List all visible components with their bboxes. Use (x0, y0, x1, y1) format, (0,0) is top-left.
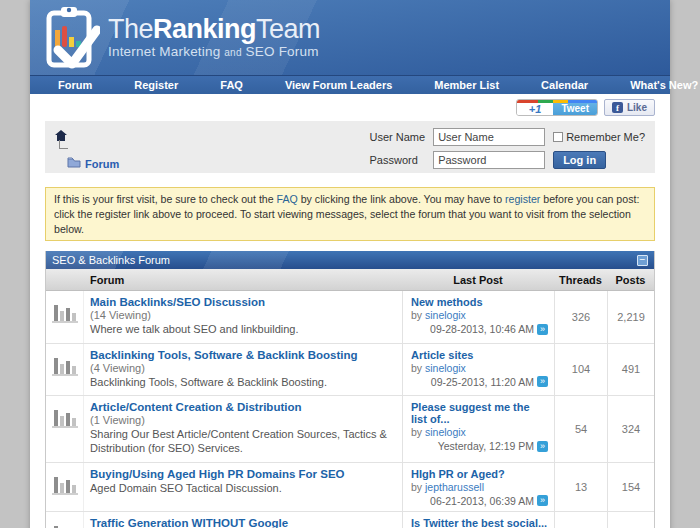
posts-column-header: Posts (607, 274, 654, 286)
nav-item-member-list[interactable]: Member List (413, 79, 520, 91)
section-title: SEO & Backlinks Forum (52, 254, 170, 266)
google-plus-one-button[interactable]: +1 (517, 100, 554, 115)
go-to-last-post-icon[interactable]: » (537, 324, 548, 335)
last-post-title-link[interactable]: Please suggest me the list of... (411, 401, 548, 425)
remember-me[interactable]: Remember Me? (553, 131, 645, 143)
faq-link[interactable]: FAQ (277, 193, 298, 205)
nav-item-whats-new[interactable]: What's New? (609, 79, 700, 91)
page: TheRankingTeam Internet Marketing and SE… (30, 0, 670, 528)
notice-text-1: If this is your first visit, be sure to … (54, 193, 277, 205)
first-visit-notice: If this is your first visit, be sure to … (45, 187, 655, 241)
title-team: Team (256, 14, 320, 44)
breadcrumb-connector (59, 140, 68, 149)
title-the: The (108, 14, 153, 44)
site-header: TheRankingTeam Internet Marketing and SE… (30, 0, 670, 75)
register-link[interactable]: register (505, 193, 540, 205)
threads-count: 54 (554, 396, 607, 462)
threads-count: 13 (554, 463, 607, 511)
last-post-user-link[interactable]: sinelogix (425, 309, 466, 321)
forum-section: SEO & Backlinks Forum − Forum Last Post … (45, 251, 655, 528)
forum-cell: Buying/Using Aged High PR Domains For SE… (84, 463, 402, 511)
forum-status-icon-cell (46, 512, 84, 528)
last-post-date: Yesterday, 12:19 PM (438, 440, 534, 452)
forum-status-icon-cell (46, 344, 84, 395)
bar-chart-icon (52, 354, 78, 376)
forum-title-link[interactable]: Backlinking Tools, Software & Backlink B… (90, 349, 394, 361)
last-post-cell: New methods by sinelogix 09-28-2013, 10:… (402, 291, 554, 342)
table-row: Buying/Using Aged High PR Domains For SE… (46, 463, 654, 512)
posts-count: 2,219 (607, 291, 654, 342)
bar-chart-icon (52, 406, 78, 428)
forum-title-link[interactable]: Traffic Generation WITHOUT Google (90, 517, 394, 528)
last-post-column-header: Last Post (402, 274, 554, 286)
site-title: TheRankingTeam Internet Marketing and SE… (108, 16, 320, 59)
go-to-last-post-icon[interactable]: » (537, 495, 548, 506)
viewing-count: (4 Viewing) (90, 362, 394, 374)
last-post-user-link[interactable]: sinelogix (425, 362, 466, 374)
forum-description: Sharing Our Best Article/Content Creatio… (90, 427, 394, 456)
table-header-row: Forum Last Post Threads Posts (46, 269, 654, 291)
tweet-button[interactable]: Tweet (553, 100, 597, 115)
by-label: by (411, 309, 422, 321)
plusone-tweet-widget: +1 Tweet (516, 99, 598, 116)
nav-item-register[interactable]: Register (113, 79, 199, 91)
threads-count: 326 (554, 291, 607, 342)
nav-item-view-forum-leaders[interactable]: View Forum Leaders (264, 79, 413, 91)
forum-description: Backlinking Tools, Software & Backlink B… (90, 375, 394, 389)
last-post-title-link[interactable]: Is Twitter the best social... (411, 517, 548, 528)
forum-status-icon-cell (46, 291, 84, 342)
forum-cell: Backlinking Tools, Software & Backlink B… (84, 344, 402, 395)
breadcrumb-forum-link[interactable]: Forum (85, 158, 119, 170)
table-row: Backlinking Tools, Software & Backlink B… (46, 344, 654, 396)
forum-description: Aged Domain SEO Tactical Discussion. (90, 481, 394, 495)
password-field[interactable] (433, 151, 545, 169)
username-field[interactable] (433, 128, 545, 146)
nav-item-forum[interactable]: Forum (48, 79, 113, 91)
toolbar-panel: Forum User Name Remember Me? Password Lo… (45, 121, 655, 173)
last-post-title-link[interactable]: New methods (411, 296, 548, 308)
username-label: User Name (370, 131, 426, 143)
facebook-icon: f (612, 102, 623, 113)
last-post-date: 09-25-2013, 11:20 AM (431, 376, 534, 388)
social-buttons-row: +1 Tweet f Like (30, 94, 670, 119)
forum-title-link[interactable]: Buying/Using Aged High PR Domains For SE… (90, 468, 394, 480)
last-post-cell: HIgh PR or Aged? by jeptharussell 06-21-… (402, 463, 554, 511)
password-label: Password (370, 154, 426, 166)
forum-description: Where we talk about SEO and linkbuilding… (90, 322, 394, 336)
facebook-like-button[interactable]: f Like (604, 99, 655, 116)
last-post-cell: Is Twitter the best social... by DnaWeb … (402, 512, 554, 528)
last-post-title-link[interactable]: HIgh PR or Aged? (411, 468, 548, 480)
site-logo[interactable]: TheRankingTeam Internet Marketing and SE… (42, 4, 320, 72)
clipboard-chart-logo-icon (42, 4, 100, 72)
go-to-last-post-icon[interactable]: » (537, 441, 548, 452)
remember-me-label: Remember Me? (566, 131, 645, 143)
section-header: SEO & Backlinks Forum − (46, 251, 654, 269)
forum-title-link[interactable]: Article/Content Creation & Distribution (90, 401, 394, 413)
nav-item-calendar[interactable]: Calendar (520, 79, 609, 91)
like-label: Like (627, 102, 647, 113)
bar-chart-icon (52, 301, 78, 323)
last-post-date: 06-21-2013, 06:39 AM (430, 495, 534, 507)
forum-title-link[interactable]: Main Backlinks/SEO Discussion (90, 296, 394, 308)
posts-count: 324 (607, 396, 654, 462)
table-row: Traffic Generation WITHOUT Google Discus… (46, 512, 654, 528)
last-post-user-link[interactable]: jeptharussell (425, 481, 484, 493)
forum-status-icon-cell (46, 463, 84, 511)
folder-icon (67, 157, 81, 170)
by-label: by (411, 481, 422, 493)
collapse-icon[interactable]: − (637, 255, 648, 266)
last-post-title-link[interactable]: Article sites (411, 349, 548, 361)
last-post-date: 09-28-2013, 10:46 AM (430, 323, 534, 335)
main-navbar: Forum Register FAQ View Forum Leaders Me… (30, 75, 670, 94)
by-label: by (411, 426, 422, 438)
viewing-count: (14 Viewing) (90, 309, 394, 321)
last-post-user-link[interactable]: sinelogix (425, 426, 466, 438)
notice-text-2: by clicking the link above. You may have… (298, 193, 505, 205)
remember-me-checkbox[interactable] (553, 132, 563, 142)
nav-item-faq[interactable]: FAQ (199, 79, 264, 91)
login-button[interactable]: Log in (553, 151, 606, 169)
go-to-last-post-icon[interactable]: » (537, 376, 548, 387)
login-form: User Name Remember Me? Password Log in (370, 128, 645, 166)
threads-count: 104 (554, 344, 607, 395)
last-post-cell: Article sites by sinelogix 09-25-2013, 1… (402, 344, 554, 395)
